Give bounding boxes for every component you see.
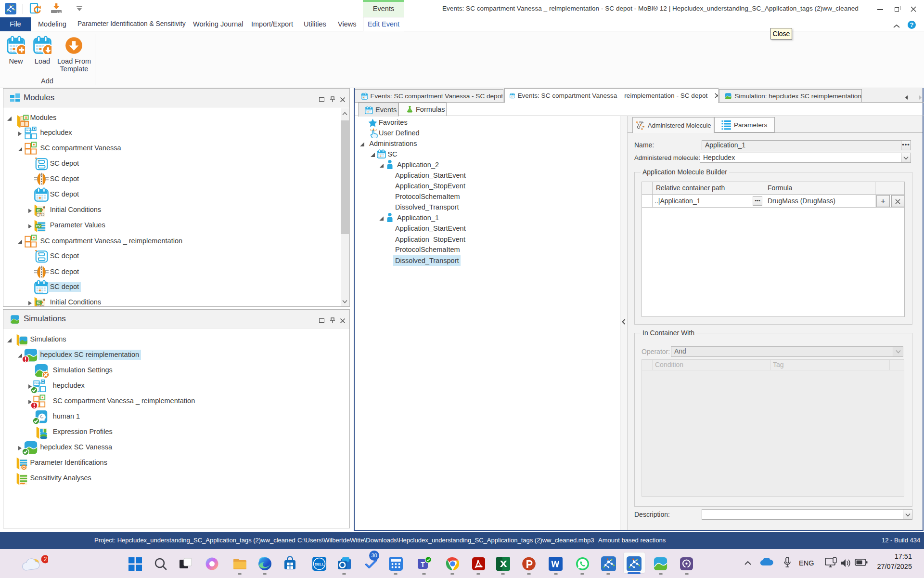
svg-text:2: 2 (44, 556, 47, 563)
svg-text:T: T (421, 561, 425, 568)
svg-text:DELL: DELL (315, 562, 324, 566)
